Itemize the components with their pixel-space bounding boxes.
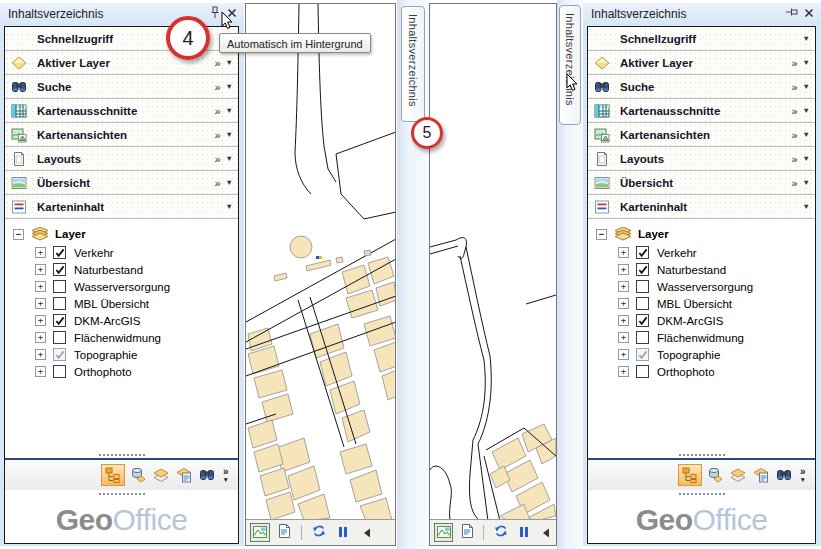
- dropdown-icon[interactable]: ▼: [803, 203, 810, 211]
- layer-item[interactable]: +Flächenwidmung: [5, 329, 238, 346]
- open-flyout-icon[interactable]: »: [214, 130, 220, 140]
- layer-label[interactable]: Orthophoto: [657, 366, 715, 378]
- layer-label[interactable]: DKM-ArcGIS: [657, 315, 723, 327]
- layer-item[interactable]: +MBL Übersicht: [588, 295, 815, 312]
- toolbar-overflow-button[interactable]: »▼: [800, 468, 806, 483]
- layer-item[interactable]: +MBL Übersicht: [5, 295, 238, 312]
- toolbar-overflow-button[interactable]: »▼: [223, 468, 229, 483]
- expand-icon[interactable]: +: [35, 332, 46, 343]
- refresh-button[interactable]: [309, 523, 329, 542]
- open-flyout-icon[interactable]: »: [214, 58, 220, 68]
- layer-checkbox[interactable]: [53, 365, 66, 378]
- tree-root-layer[interactable]: −Layer: [5, 224, 238, 244]
- layer-label[interactable]: Orthophoto: [74, 366, 132, 378]
- layer-label[interactable]: Naturbestand: [657, 264, 726, 276]
- section-header-uebersicht[interactable]: Übersicht»▼: [5, 171, 238, 195]
- layer-stack-button[interactable]: [728, 464, 748, 486]
- expand-icon[interactable]: +: [618, 366, 629, 377]
- layer-item[interactable]: +DKM-ArcGIS: [588, 312, 815, 329]
- layer-file-button[interactable]: [174, 464, 194, 486]
- layer-stack-button[interactable]: [151, 464, 171, 486]
- layer-label[interactable]: Wasserversorgung: [74, 281, 170, 293]
- layer-item[interactable]: +Orthophoto: [588, 363, 815, 380]
- expand-icon[interactable]: +: [35, 349, 46, 360]
- expand-icon[interactable]: +: [618, 349, 629, 360]
- refresh-button[interactable]: [491, 523, 510, 542]
- expand-icon[interactable]: +: [35, 366, 46, 377]
- open-flyout-icon[interactable]: »: [791, 58, 797, 68]
- expand-icon[interactable]: +: [35, 247, 46, 258]
- dropdown-icon[interactable]: ▼: [803, 155, 810, 163]
- section-header-kartenansichten[interactable]: Kartenansichten»▼: [5, 123, 238, 147]
- layer-label[interactable]: Wasserversorgung: [657, 281, 753, 293]
- open-flyout-icon[interactable]: »: [214, 178, 220, 188]
- layer-label[interactable]: Verkehr: [74, 247, 114, 259]
- dropdown-icon[interactable]: ▼: [226, 203, 233, 211]
- layer-item[interactable]: +Naturbestand: [588, 261, 815, 278]
- layer-file-button[interactable]: [751, 464, 771, 486]
- dropdown-icon[interactable]: ▼: [226, 107, 233, 115]
- search-binoculars-button[interactable]: [774, 464, 794, 486]
- pause-button[interactable]: [514, 523, 533, 542]
- layer-label[interactable]: Flächenwidmung: [74, 332, 161, 344]
- collapsed-toc-tab[interactable]: Inhaltsverzeichnis: [559, 5, 581, 125]
- layer-checkbox[interactable]: [53, 297, 66, 310]
- layer-label[interactable]: Topographie: [74, 349, 137, 361]
- section-header-suche[interactable]: Suche»▼: [5, 75, 238, 99]
- section-header-suche[interactable]: Suche»▼: [588, 75, 815, 99]
- layer-checkbox[interactable]: [636, 365, 649, 378]
- scroll-left-button[interactable]: [537, 523, 556, 542]
- section-header-karteninhalt[interactable]: Karteninhalt▼: [5, 195, 238, 219]
- collapse-icon[interactable]: −: [596, 229, 607, 240]
- dropdown-icon[interactable]: ▼: [803, 83, 810, 91]
- dropdown-icon[interactable]: ▼: [803, 35, 810, 43]
- layer-label[interactable]: Verkehr: [657, 247, 697, 259]
- section-header-uebersicht[interactable]: Übersicht»▼: [588, 171, 815, 195]
- splitter-handle[interactable]: [588, 490, 815, 497]
- dropdown-icon[interactable]: ▼: [226, 155, 233, 163]
- map-view-2[interactable]: [429, 3, 557, 546]
- layer-label[interactable]: Naturbestand: [74, 264, 143, 276]
- layer-item[interactable]: +Wasserversorgung: [5, 278, 238, 295]
- splitter-handle[interactable]: [5, 451, 238, 458]
- open-flyout-icon[interactable]: »: [791, 82, 797, 92]
- scroll-left-button[interactable]: [357, 523, 377, 542]
- layer-checkbox[interactable]: [636, 331, 649, 344]
- layer-item[interactable]: +Verkehr: [588, 244, 815, 261]
- expand-icon[interactable]: +: [35, 298, 46, 309]
- layer-label[interactable]: Flächenwidmung: [657, 332, 744, 344]
- expand-icon[interactable]: +: [618, 281, 629, 292]
- dropdown-icon[interactable]: ▼: [803, 107, 810, 115]
- layer-item[interactable]: +DKM-ArcGIS: [5, 312, 238, 329]
- splitter-handle[interactable]: [588, 451, 815, 458]
- layer-checkbox[interactable]: [636, 348, 649, 361]
- layer-checkbox[interactable]: [53, 348, 66, 361]
- section-header-aktiver-layer[interactable]: Aktiver Layer»▼: [5, 51, 238, 75]
- open-flyout-icon[interactable]: »: [791, 178, 797, 188]
- layer-label[interactable]: MBL Übersicht: [74, 298, 149, 310]
- expand-icon[interactable]: +: [618, 332, 629, 343]
- layer-checkbox[interactable]: [636, 280, 649, 293]
- open-flyout-icon[interactable]: »: [791, 106, 797, 116]
- open-flyout-icon[interactable]: »: [214, 106, 220, 116]
- layer-checkbox[interactable]: [636, 314, 649, 327]
- layer-checkbox[interactable]: [53, 263, 66, 276]
- section-header-kartenausschnitte[interactable]: Kartenausschnitte»▼: [5, 99, 238, 123]
- layer-item[interactable]: +Naturbestand: [5, 261, 238, 278]
- section-header-karteninhalt[interactable]: Karteninhalt▼: [588, 195, 815, 219]
- layer-checkbox[interactable]: [636, 297, 649, 310]
- section-header-kartenansichten[interactable]: Kartenansichten»▼: [588, 123, 815, 147]
- open-flyout-icon[interactable]: »: [214, 154, 220, 164]
- open-flyout-icon[interactable]: »: [791, 154, 797, 164]
- expand-icon[interactable]: +: [35, 264, 46, 275]
- layer-checkbox[interactable]: [636, 246, 649, 259]
- section-header-aktiver-layer[interactable]: Aktiver Layer»▼: [588, 51, 815, 75]
- dropdown-icon[interactable]: ▼: [803, 179, 810, 187]
- pause-button[interactable]: [333, 523, 353, 542]
- collapsed-toc-tab[interactable]: Inhaltsverzeichnis: [401, 6, 425, 122]
- layer-checkbox[interactable]: [53, 314, 66, 327]
- layer-item[interactable]: +Orthophoto: [5, 363, 238, 380]
- layout-view-button[interactable]: [274, 523, 294, 542]
- layer-checkbox[interactable]: [636, 263, 649, 276]
- layer-checkbox[interactable]: [53, 280, 66, 293]
